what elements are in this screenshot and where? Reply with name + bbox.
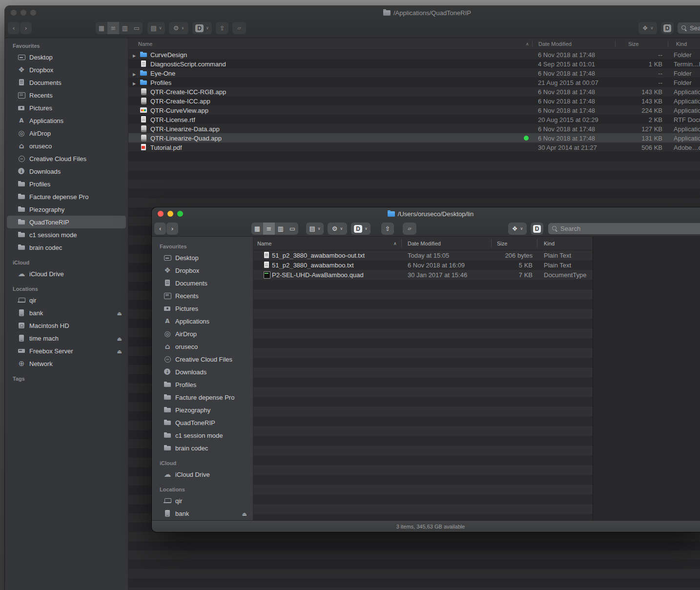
sidebar-item[interactable]: Applications: [154, 315, 251, 327]
sidebar-item[interactable]: Facture depense Pro: [7, 190, 126, 203]
tag-button[interactable]: ▱: [232, 22, 246, 34]
sidebar-item[interactable]: Recents: [7, 89, 126, 102]
column-separator[interactable]: [532, 41, 533, 47]
eject-icon[interactable]: [242, 509, 247, 518]
eject-icon[interactable]: [117, 334, 122, 343]
sidebar-item[interactable]: Creative Cloud Files: [7, 152, 126, 165]
zoom-button[interactable]: [177, 211, 183, 217]
file-row[interactable]: Tutorial.pdf 30 Apr 2014 at 21:27 506 KB…: [128, 142, 700, 152]
eject-icon[interactable]: [117, 308, 122, 317]
dropbox-app-button[interactable]: D∨: [192, 22, 212, 34]
icon-view-button[interactable]: ▦: [96, 22, 107, 34]
sidebar-item[interactable]: Piezography: [7, 203, 126, 216]
sidebar-item[interactable]: brain codec: [7, 241, 126, 254]
sidebar-item[interactable]: oruseco: [7, 140, 126, 152]
column-separator[interactable]: [401, 239, 402, 247]
file-row[interactable]: CurveDesign 6 Nov 2018 at 17:48 -- Folde…: [128, 50, 700, 59]
actions-button[interactable]: ⚙∨: [328, 223, 347, 235]
forward-button[interactable]: ›: [20, 22, 32, 34]
column-header-name[interactable]: Name: [138, 38, 152, 49]
column-header-kind[interactable]: Kind: [676, 38, 687, 49]
sidebar-item[interactable]: iCloud Drive: [7, 267, 126, 280]
close-button[interactable]: [158, 211, 164, 217]
eject-icon[interactable]: [117, 346, 122, 355]
sidebar-item[interactable]: oruseco: [154, 340, 251, 353]
search-input[interactable]: [560, 225, 700, 232]
sidebar-item[interactable]: iCloud Drive: [154, 468, 251, 481]
sidebar-item[interactable]: Creative Cloud Files: [154, 353, 251, 366]
sidebar-item[interactable]: qir: [154, 494, 251, 507]
column-separator[interactable]: [668, 41, 668, 47]
sidebar-item[interactable]: brain codec: [154, 442, 251, 454]
file-row[interactable]: QTR-License.rtf 20 Aug 2015 at 02:29 2 K…: [128, 115, 700, 124]
column-header-date-modified[interactable]: Date Modified: [408, 237, 441, 250]
sidebar-item[interactable]: Applications: [7, 114, 126, 127]
search-input[interactable]: [690, 24, 700, 32]
column-header-date-modified[interactable]: Date Modified: [538, 38, 572, 49]
file-row[interactable]: QTR-Linearize-Quad.app 6 Nov 2018 at 17:…: [128, 133, 700, 142]
column-view-button[interactable]: ▥: [119, 22, 131, 34]
tag-button[interactable]: ▱: [403, 223, 416, 235]
sidebar-item[interactable]: Macintosh HD: [7, 319, 126, 332]
group-button[interactable]: ▤∨: [306, 223, 324, 235]
gallery-view-button[interactable]: ▭: [131, 22, 143, 34]
titlebar[interactable]: /Applications/QuadToneRIP: [5, 6, 700, 20]
titlebar[interactable]: /Users/oruseco/Desktop/lin: [152, 207, 700, 220]
list-view-button[interactable]: ≡: [107, 22, 119, 34]
column-view-button[interactable]: ▥: [275, 223, 287, 235]
actions-button[interactable]: ⚙∨: [169, 22, 188, 34]
sidebar-item[interactable]: bank: [154, 507, 251, 520]
sidebar-item[interactable]: Facture depense Pro: [154, 391, 251, 404]
sidebar-item[interactable]: qir: [7, 294, 126, 306]
dropbox-button[interactable]: ❖∨: [508, 223, 527, 235]
column-separator[interactable]: [537, 239, 537, 247]
sidebar-item[interactable]: Downloads: [154, 366, 251, 378]
sidebar-item[interactable]: Recents: [154, 289, 251, 302]
back-button[interactable]: ‹: [154, 223, 166, 235]
share-button[interactable]: ⇧: [216, 22, 228, 34]
close-button[interactable]: [11, 10, 17, 16]
sidebar-item[interactable]: Freebox Server: [7, 345, 126, 357]
sidebar-item[interactable]: Dropbox: [154, 264, 251, 277]
gallery-view-button[interactable]: ▭: [287, 223, 298, 235]
forward-button[interactable]: ›: [166, 223, 178, 235]
sidebar-item[interactable]: Documents: [154, 277, 251, 289]
minimize-button[interactable]: [21, 10, 26, 16]
sidebar-item[interactable]: Pictures: [7, 102, 126, 114]
sidebar-item[interactable]: Desktop: [154, 251, 251, 264]
zoom-button[interactable]: [30, 10, 36, 16]
group-button[interactable]: ▤∨: [147, 22, 165, 34]
sidebar-item[interactable]: Documents: [7, 76, 126, 89]
file-row[interactable]: DiagnosticScript.command 4 Sep 2015 at 0…: [128, 59, 700, 68]
sidebar-item[interactable]: Profiles: [154, 378, 251, 391]
column-header-name[interactable]: Name: [257, 237, 271, 250]
list-view-button[interactable]: ≡: [263, 223, 275, 235]
search-field[interactable]: [678, 22, 700, 34]
file-row[interactable]: 51_p2_3880_awabamboo-out.txt Today at 15…: [253, 250, 593, 260]
sidebar-item[interactable]: bank: [7, 306, 126, 319]
icon-view-button[interactable]: ▦: [251, 223, 263, 235]
dropbox-app-button[interactable]: D∨: [351, 223, 371, 235]
sidebar-item[interactable]: Pictures: [154, 302, 251, 315]
dropbox-button[interactable]: ❖∨: [638, 22, 657, 34]
sidebar-item[interactable]: Profiles: [7, 178, 126, 190]
file-row[interactable]: QTR-Create-ICC-RGB.app 6 Nov 2018 at 17:…: [128, 87, 700, 96]
sidebar-item[interactable]: Network: [7, 357, 126, 370]
column-header-size[interactable]: Size: [497, 237, 507, 250]
file-row[interactable]: QTR-Linearize-Data.app 6 Nov 2018 at 17:…: [128, 124, 700, 133]
file-row[interactable]: 51_p2_3880_awabamboo.txt 6 Nov 2018 at 1…: [253, 260, 593, 270]
back-button[interactable]: ‹: [8, 22, 20, 34]
disclosure-triangle-icon[interactable]: [133, 69, 136, 78]
sidebar-item[interactable]: Desktop: [7, 51, 126, 63]
sidebar-item[interactable]: c1 session mode: [154, 429, 251, 442]
column-header-size[interactable]: Size: [628, 38, 638, 49]
file-row[interactable]: Eye-One 6 Nov 2018 at 17:48 -- Folder: [128, 68, 700, 78]
dropbox-app-button-2[interactable]: D: [531, 223, 543, 235]
sidebar-item[interactable]: QuadToneRIP: [154, 416, 251, 429]
sidebar-item[interactable]: c1 session mode: [7, 228, 126, 241]
sidebar-item[interactable]: time mach: [7, 332, 126, 345]
file-row[interactable]: QTR-CurveView.app 6 Nov 2018 at 17:48 22…: [128, 105, 700, 115]
sidebar-item[interactable]: Dropbox: [7, 63, 126, 76]
sidebar-item[interactable]: Piezography: [154, 404, 251, 416]
column-header-kind[interactable]: Kind: [544, 237, 555, 250]
